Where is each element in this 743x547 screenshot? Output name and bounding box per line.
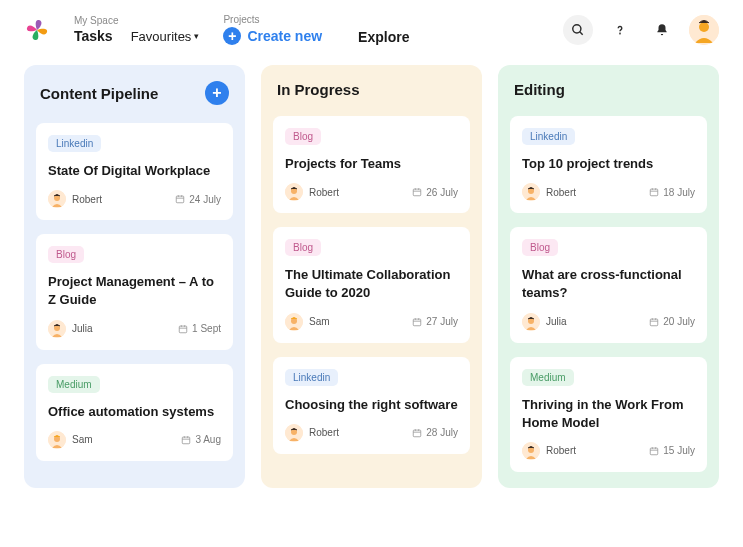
card-assignee: Sam bbox=[48, 431, 93, 449]
card-tag: Linkedin bbox=[522, 128, 575, 145]
card[interactable]: Linkedin Top 10 project trends Robert 18… bbox=[510, 116, 707, 213]
assignee-name: Robert bbox=[72, 194, 102, 205]
search-icon bbox=[571, 23, 585, 37]
create-new-button[interactable]: + Create new bbox=[223, 27, 322, 45]
bell-icon bbox=[655, 23, 669, 37]
nav-favourites[interactable]: Favourites ▾ bbox=[131, 29, 200, 44]
card-assignee: Robert bbox=[285, 424, 339, 442]
card-assignee: Julia bbox=[48, 320, 93, 338]
card-tag: Medium bbox=[522, 369, 574, 386]
header-right bbox=[563, 15, 719, 45]
card-tag: Blog bbox=[48, 246, 84, 263]
card-assignee: Robert bbox=[522, 183, 576, 201]
avatar-icon bbox=[48, 320, 66, 338]
card[interactable]: Linkedin Choosing the right software Rob… bbox=[273, 357, 470, 454]
card-tag: Blog bbox=[522, 239, 558, 256]
column-progress: In Progress Blog Projects for Teams Robe… bbox=[261, 65, 482, 488]
card[interactable]: Blog Projects for Teams Robert 26 July bbox=[273, 116, 470, 213]
card-date: 18 July bbox=[649, 187, 695, 198]
assignee-name: Sam bbox=[309, 316, 330, 327]
card[interactable]: Blog Project Management – A to Z Guide J… bbox=[36, 234, 233, 349]
help-button[interactable] bbox=[605, 15, 635, 45]
card-footer: Robert 18 July bbox=[522, 183, 695, 201]
assignee-name: Robert bbox=[309, 187, 339, 198]
card-footer: Robert 24 July bbox=[48, 190, 221, 208]
svg-point-0 bbox=[573, 24, 581, 32]
card-footer: Julia 20 July bbox=[522, 313, 695, 331]
svg-rect-37 bbox=[414, 430, 422, 437]
card-title: What are cross-functional teams? bbox=[522, 266, 695, 302]
kanban-board: Content Pipeline + Linkedin State Of Dig… bbox=[0, 65, 743, 512]
svg-rect-43 bbox=[651, 189, 659, 196]
app-logo[interactable] bbox=[24, 17, 50, 43]
card-date: 3 Aug bbox=[181, 434, 221, 445]
card-date: 26 July bbox=[412, 187, 458, 198]
column-header: Content Pipeline + bbox=[36, 81, 233, 109]
column-title: Editing bbox=[514, 81, 565, 98]
svg-point-2 bbox=[620, 33, 621, 34]
avatar-icon bbox=[48, 431, 66, 449]
assignee-name: Sam bbox=[72, 434, 93, 445]
card-title: Choosing the right software bbox=[285, 396, 458, 414]
calendar-icon bbox=[649, 446, 659, 456]
card-title: Top 10 project trends bbox=[522, 155, 695, 173]
avatar-icon bbox=[48, 190, 66, 208]
svg-rect-31 bbox=[414, 319, 422, 326]
card[interactable]: Blog The Ultimate Collaboration Guide to… bbox=[273, 227, 470, 342]
card[interactable]: Blog What are cross-functional teams? Ju… bbox=[510, 227, 707, 342]
assignee-name: Julia bbox=[72, 323, 93, 334]
avatar-icon bbox=[522, 442, 540, 460]
plus-icon: + bbox=[223, 27, 241, 45]
nav-tasks[interactable]: Tasks bbox=[74, 28, 113, 44]
card-date: 27 July bbox=[412, 316, 458, 327]
plus-icon: + bbox=[212, 85, 221, 101]
card-assignee: Robert bbox=[285, 183, 339, 201]
card[interactable]: Linkedin State Of Digital Workplace Robe… bbox=[36, 123, 233, 220]
notifications-button[interactable] bbox=[647, 15, 677, 45]
svg-rect-49 bbox=[651, 319, 659, 326]
svg-rect-7 bbox=[177, 196, 185, 203]
my-space-eyebrow: My Space bbox=[74, 15, 199, 26]
chevron-down-icon: ▾ bbox=[194, 31, 199, 41]
card-title: Projects for Teams bbox=[285, 155, 458, 173]
svg-point-4 bbox=[699, 22, 709, 32]
card-title: Project Management – A to Z Guide bbox=[48, 273, 221, 309]
nav-my-space: My Space Tasks Favourites ▾ bbox=[74, 15, 199, 44]
column-editing: Editing Linkedin Top 10 project trends R… bbox=[498, 65, 719, 488]
card[interactable]: Medium Thriving in the Work From Home Mo… bbox=[510, 357, 707, 472]
card-tag: Linkedin bbox=[48, 135, 101, 152]
projects-eyebrow: Projects bbox=[223, 14, 322, 25]
calendar-icon bbox=[175, 194, 185, 204]
user-avatar[interactable] bbox=[689, 15, 719, 45]
card-footer: Sam 27 July bbox=[285, 313, 458, 331]
calendar-icon bbox=[649, 187, 659, 197]
card-title: The Ultimate Collaboration Guide to 2020 bbox=[285, 266, 458, 302]
calendar-icon bbox=[412, 187, 422, 197]
avatar-icon bbox=[522, 313, 540, 331]
svg-rect-19 bbox=[183, 437, 191, 444]
card-assignee: Robert bbox=[48, 190, 102, 208]
help-icon bbox=[613, 23, 627, 37]
card-title: Office automation systems bbox=[48, 403, 221, 421]
column-title: Content Pipeline bbox=[40, 85, 158, 102]
search-button[interactable] bbox=[563, 15, 593, 45]
assignee-name: Robert bbox=[546, 187, 576, 198]
svg-line-1 bbox=[580, 31, 583, 34]
avatar-icon bbox=[689, 15, 719, 45]
add-card-button[interactable]: + bbox=[205, 81, 229, 105]
assignee-name: Robert bbox=[309, 427, 339, 438]
card-footer: Sam 3 Aug bbox=[48, 431, 221, 449]
column-header: In Progress bbox=[273, 81, 470, 102]
avatar-icon bbox=[285, 424, 303, 442]
nav-explore[interactable]: Explore bbox=[358, 29, 409, 45]
card-assignee: Julia bbox=[522, 313, 567, 331]
card-date: 1 Sept bbox=[178, 323, 221, 334]
calendar-icon bbox=[181, 435, 191, 445]
card-tag: Linkedin bbox=[285, 369, 338, 386]
card[interactable]: Medium Office automation systems Sam 3 A… bbox=[36, 364, 233, 461]
card-title: State Of Digital Workplace bbox=[48, 162, 221, 180]
card-tag: Medium bbox=[48, 376, 100, 393]
avatar-icon bbox=[285, 313, 303, 331]
header: My Space Tasks Favourites ▾ Projects + C… bbox=[0, 0, 743, 65]
avatar-icon bbox=[285, 183, 303, 201]
